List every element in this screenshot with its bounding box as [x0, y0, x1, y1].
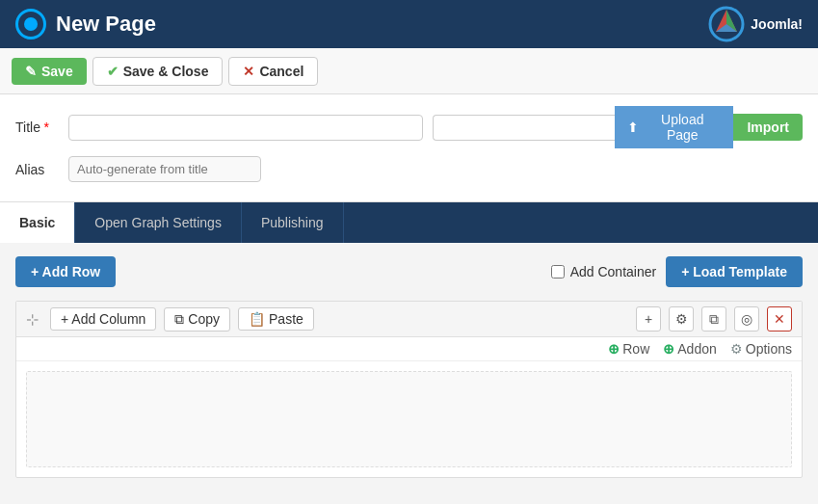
joomla-label: Joomla! [751, 16, 803, 32]
tab-basic-label: Basic [19, 215, 55, 230]
save-icon: ✎ [25, 64, 37, 79]
options-link[interactable]: ⚙ Options [730, 341, 792, 357]
duplicate-icon: ⧉ [709, 311, 719, 328]
page-icon [15, 9, 46, 40]
content-toolbar-right: Add Container + Load Template [551, 256, 803, 287]
cancel-label: Cancel [259, 64, 303, 79]
load-template-label: + Load Template [681, 264, 787, 279]
upload-label: Upload Page [644, 112, 721, 143]
drag-handle-icon[interactable]: ⊹ [26, 310, 39, 329]
addon-link[interactable]: ⊕ Addon [663, 341, 716, 357]
title-row: Title * ⬆ Upload Page Import [15, 106, 803, 148]
upload-text-input[interactable] [433, 115, 615, 141]
page-circle-inner [24, 17, 38, 31]
delete-icon: ✕ [774, 311, 785, 327]
save-button[interactable]: ✎ Save [12, 58, 87, 85]
tab-publishing-label: Publishing [261, 215, 324, 230]
joomla-logo: Joomla! [708, 6, 803, 42]
title-label: Title * [15, 119, 59, 135]
cancel-button[interactable]: ✕ Cancel [228, 57, 318, 86]
tabs-bar: Basic Open Graph Settings Publishing [0, 202, 818, 243]
cancel-icon: ✕ [243, 64, 254, 79]
add-column-button[interactable]: + Add Column [50, 307, 156, 331]
check-icon: ✔ [107, 64, 119, 79]
row-link[interactable]: ⊕ Row [608, 341, 649, 357]
content-toolbar: + Add Row Add Container + Load Template [15, 256, 803, 287]
tab-open-graph-label: Open Graph Settings [94, 215, 222, 230]
save-close-label: Save & Close [123, 64, 209, 79]
row-settings-button[interactable]: ⚙ [669, 306, 694, 332]
import-label: Import [747, 119, 789, 135]
add-row-button[interactable]: + Add Row [15, 256, 116, 287]
row-plus-icon: ⊕ [608, 341, 620, 357]
import-button[interactable]: Import [733, 114, 803, 141]
joomla-icon [708, 6, 745, 42]
tab-basic[interactable]: Basic [0, 202, 75, 243]
upload-page-button[interactable]: ⬆ Upload Page [615, 106, 733, 148]
row-toolbar-left: ⊹ + Add Column ⧉ Copy 📋 Paste [26, 307, 314, 332]
page-title: New Page [56, 12, 156, 37]
row-delete-button[interactable]: ✕ [767, 306, 792, 332]
upload-group: ⬆ Upload Page Import [433, 106, 803, 148]
paste-label: Paste [269, 311, 303, 327]
top-bar-left: New Page [15, 9, 156, 40]
addon-link-label: Addon [677, 341, 716, 357]
save-label: Save [41, 64, 73, 79]
top-bar: New Page Joomla! [0, 0, 818, 48]
row-add-icon-button[interactable]: + [636, 306, 661, 332]
copy-label: Copy [188, 311, 220, 327]
alias-label: Alias [15, 162, 59, 177]
alias-input[interactable] [68, 156, 261, 182]
save-close-button[interactable]: ✔ Save & Close [92, 57, 224, 86]
row-content [26, 371, 792, 467]
add-icon: + [645, 311, 652, 327]
paste-icon: 📋 [249, 311, 265, 327]
row-labels: ⊕ Row ⊕ Addon ⚙ Options [16, 337, 802, 361]
form-area: Title * ⬆ Upload Page Import Alias [0, 94, 818, 202]
paste-button[interactable]: 📋 Paste [238, 307, 314, 331]
add-container-check[interactable]: Add Container [551, 264, 657, 279]
add-container-label: Add Container [570, 264, 657, 279]
eye-icon: ◎ [741, 311, 752, 327]
row-editor: ⊹ + Add Column ⧉ Copy 📋 Paste + ⚙ [15, 301, 803, 478]
options-link-label: Options [746, 341, 792, 357]
row-link-label: Row [622, 341, 649, 357]
settings-icon: ⚙ [675, 311, 688, 327]
row-eye-button[interactable]: ◎ [734, 306, 759, 332]
alias-row: Alias [15, 156, 803, 182]
copy-icon: ⧉ [174, 311, 184, 328]
add-row-label: + Add Row [31, 264, 100, 279]
addon-plus-icon: ⊕ [663, 341, 674, 357]
copy-button[interactable]: ⧉ Copy [164, 307, 230, 332]
tab-publishing[interactable]: Publishing [242, 202, 344, 243]
toolbar: ✎ Save ✔ Save & Close ✕ Cancel [0, 48, 818, 94]
title-input[interactable] [68, 115, 423, 141]
tab-open-graph[interactable]: Open Graph Settings [75, 202, 242, 243]
options-gear-icon: ⚙ [730, 341, 743, 357]
row-duplicate-button[interactable]: ⧉ [701, 306, 726, 332]
add-column-label: + Add Column [61, 311, 145, 327]
upload-icon: ⬆ [627, 119, 639, 135]
row-toolbar: ⊹ + Add Column ⧉ Copy 📋 Paste + ⚙ [16, 302, 802, 337]
content-area: + Add Row Add Container + Load Template … [0, 243, 818, 491]
row-toolbar-right: + ⚙ ⧉ ◎ ✕ [636, 306, 792, 332]
add-container-checkbox[interactable] [551, 265, 565, 279]
load-template-button[interactable]: + Load Template [666, 256, 803, 287]
required-indicator: * [44, 119, 49, 135]
